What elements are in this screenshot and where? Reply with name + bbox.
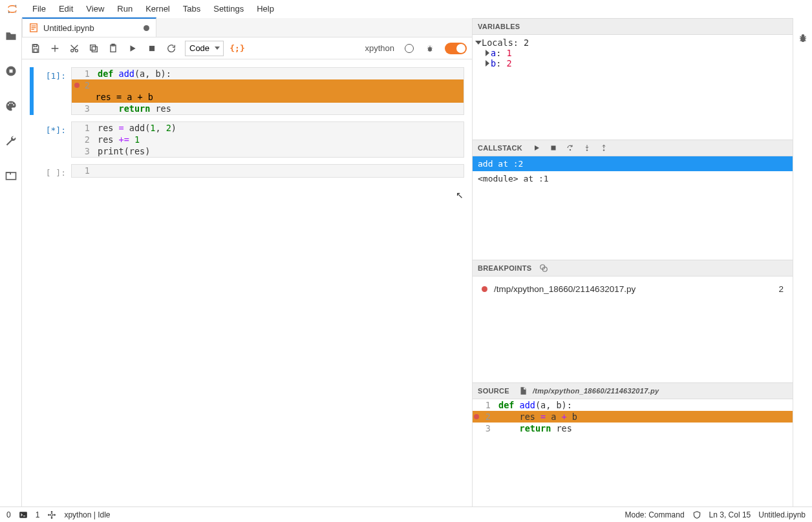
source-path: /tmp/xpython_18660/2114632017.py	[533, 387, 659, 395]
svg-rect-13	[32, 29, 34, 30]
source-body[interactable]: 1def add(a, b):2 res = a + b3 return res	[473, 399, 793, 506]
code-line[interactable]: res = a + b	[72, 91, 464, 103]
save-button[interactable]	[27, 40, 44, 57]
terminal-icon[interactable]	[19, 510, 28, 519]
tab-bar: Untitled.ipynb	[22, 18, 472, 37]
status-filename[interactable]: Untitled.ipynb	[758, 510, 806, 519]
notebook-panel: Untitled.ipynb Code {;} xpython	[22, 18, 473, 506]
caret-down-icon[interactable]	[475, 41, 482, 45]
code-line[interactable]: res = add(1, 2)	[95, 122, 464, 134]
kernel-name[interactable]: xpython	[365, 43, 398, 53]
code-line[interactable]: res += 1	[95, 134, 464, 145]
menu-bar: FileEditViewRunKernelTabsSettingsHelp	[0, 0, 812, 18]
status-counter-1[interactable]: 1	[36, 510, 40, 519]
source-header: SOURCE /tmp/xpython_18660/2114632017.py	[473, 382, 793, 399]
cell-type-select[interactable]: Code	[185, 41, 224, 56]
code-cell[interactable]: [ ]:1	[30, 164, 464, 178]
code-line[interactable]: return res	[95, 103, 464, 114]
svg-point-5	[7, 104, 8, 105]
menu-help[interactable]: Help	[250, 1, 281, 16]
caret-right-icon[interactable]	[486, 50, 489, 56]
notebook-icon	[29, 23, 38, 32]
svg-point-1	[8, 12, 10, 13]
svg-point-7	[11, 103, 12, 104]
debug-toggle[interactable]	[445, 43, 467, 54]
cell-prompt: [1]:	[35, 67, 71, 115]
wrench-icon[interactable]	[5, 134, 17, 147]
stop-debug-icon[interactable]	[550, 144, 557, 152]
step-over-icon[interactable]	[566, 144, 574, 152]
mode-indicator[interactable]: Mode: Command	[625, 510, 685, 519]
palette-icon[interactable]	[5, 99, 17, 112]
copy-button[interactable]	[85, 40, 102, 57]
step-into-icon[interactable]	[583, 144, 591, 152]
breakpoint-row[interactable]: /tmp/xpython_18660/2114632017.py2	[476, 279, 789, 299]
svg-rect-14	[34, 45, 37, 47]
folder-icon[interactable]	[5, 30, 17, 43]
notebook-toolbar: Code {;} xpython	[22, 37, 472, 59]
callstack-header: CALLSTACK	[473, 140, 793, 156]
breakpoint-icon[interactable]	[474, 414, 479, 419]
cell-prompt: [ ]:	[35, 164, 71, 178]
cut-button[interactable]	[66, 40, 83, 57]
paste-button[interactable]	[105, 40, 122, 57]
callstack-frame[interactable]: <module> at :1	[473, 171, 793, 186]
caret-right-icon[interactable]	[486, 60, 489, 67]
kernel-status[interactable]: xpython | Idle	[64, 510, 110, 519]
debugger-code-icon[interactable]: {;}	[229, 40, 246, 57]
kernel-status-icon[interactable]	[405, 44, 414, 53]
breakpoints-header: BREAKPOINTS	[473, 260, 793, 277]
svg-point-2	[15, 12, 16, 13]
running-icon[interactable]	[5, 65, 17, 78]
code-line[interactable]	[95, 165, 464, 176]
menu-edit[interactable]: Edit	[52, 1, 80, 16]
debugger-panel: VARIABLES Locals: 2 a: 1b: 2 CALLSTACK a…	[473, 18, 793, 506]
clear-breakpoints-icon[interactable]	[539, 264, 548, 273]
menu-file[interactable]: File	[26, 1, 52, 16]
menu-settings[interactable]: Settings	[207, 1, 250, 16]
run-button[interactable]	[124, 40, 141, 57]
status-bar: 0 1 xpython | Idle Mode: Command Ln 3, C…	[0, 506, 812, 522]
svg-point-33	[51, 514, 54, 516]
menu-tabs[interactable]: Tabs	[176, 1, 207, 16]
svg-point-26	[586, 150, 588, 151]
variable-row[interactable]: a: 1	[486, 48, 789, 58]
menu-view[interactable]: View	[80, 1, 111, 16]
restart-button[interactable]	[163, 40, 180, 57]
breakpoint-icon	[482, 286, 487, 292]
trusted-icon[interactable]	[692, 510, 701, 519]
status-counter-0[interactable]: 0	[6, 510, 11, 519]
code-line[interactable]: def add(a, b):	[95, 68, 464, 79]
debugger-tab-icon[interactable]	[797, 32, 809, 44]
variables-header: VARIABLES	[473, 18, 793, 35]
code-line[interactable]: print(res)	[95, 145, 464, 157]
variable-row[interactable]: b: 2	[486, 58, 789, 68]
source-line: return res	[496, 423, 793, 434]
step-out-icon[interactable]	[600, 144, 608, 152]
svg-point-27	[603, 150, 604, 151]
cells-container[interactable]: [1]:1def add(a, b):2 res = a + b3 return…	[22, 59, 472, 506]
callstack-frame[interactable]: add at :2	[473, 156, 793, 171]
tabs-icon[interactable]	[5, 169, 17, 182]
stop-button[interactable]	[144, 40, 160, 57]
svg-rect-19	[91, 45, 96, 50]
cursor-position[interactable]: Ln 3, Col 15	[709, 510, 751, 519]
breakpoints-body[interactable]: /tmp/xpython_18660/2114632017.py2	[473, 277, 793, 382]
jupyter-logo	[5, 2, 19, 16]
variables-body[interactable]: Locals: 2 a: 1b: 2	[473, 35, 793, 140]
continue-icon[interactable]	[533, 144, 540, 152]
lsp-icon[interactable]	[47, 510, 56, 519]
menu-kernel[interactable]: Kernel	[139, 1, 176, 16]
code-cell[interactable]: [*]:1res = add(1, 2)2res += 13print(res)	[30, 121, 464, 158]
svg-rect-24	[551, 146, 556, 151]
cell-prompt: [*]:	[35, 121, 71, 158]
svg-rect-15	[34, 48, 37, 52]
code-cell[interactable]: [1]:1def add(a, b):2 res = a + b3 return…	[30, 67, 464, 115]
right-activity-bar	[793, 18, 812, 506]
breakpoint-icon[interactable]	[74, 83, 80, 88]
callstack-body[interactable]: add at :2<module> at :1	[473, 156, 793, 260]
add-cell-button[interactable]	[47, 40, 63, 57]
file-icon	[518, 386, 528, 395]
notebook-tab[interactable]: Untitled.ipynb	[22, 17, 156, 37]
menu-run[interactable]: Run	[111, 1, 139, 16]
